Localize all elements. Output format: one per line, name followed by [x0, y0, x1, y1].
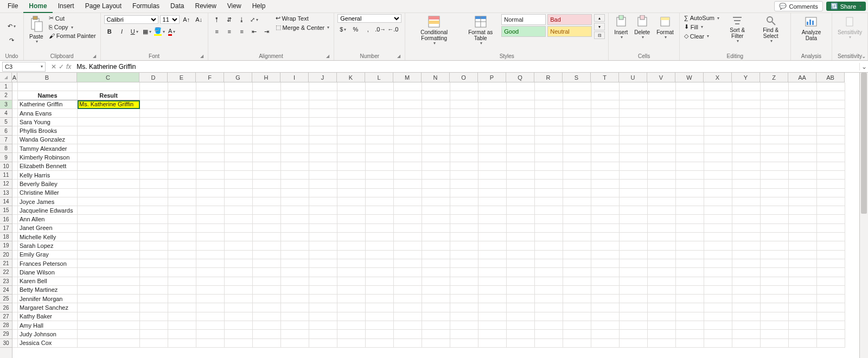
cell-Y21[interactable]	[732, 259, 761, 268]
cell-T5[interactable]	[591, 118, 620, 126]
cell-Q20[interactable]	[507, 251, 535, 259]
cell-T26[interactable]	[591, 303, 620, 312]
cell-S11[interactable]	[563, 171, 591, 180]
cell-W3[interactable]	[676, 100, 704, 109]
cell-T21[interactable]	[591, 259, 620, 268]
cell-Y20[interactable]	[732, 251, 761, 259]
cell-T24[interactable]	[591, 286, 620, 295]
font-size-select[interactable]: 11	[160, 15, 180, 24]
cell-V23[interactable]	[648, 277, 676, 286]
cell-L16[interactable]	[366, 215, 394, 223]
cell-N27[interactable]	[422, 312, 450, 321]
cell-J29[interactable]	[309, 330, 337, 338]
cell-D21[interactable]	[140, 259, 168, 268]
cell-V25[interactable]	[648, 295, 676, 303]
cell-M22[interactable]	[394, 268, 422, 277]
cell-X14[interactable]	[704, 197, 732, 206]
cell-R11[interactable]	[535, 171, 563, 180]
cell-E10[interactable]	[168, 162, 196, 171]
cell-L2[interactable]	[366, 91, 394, 100]
cell-B2[interactable]: Names	[18, 91, 78, 100]
cell-R15[interactable]	[535, 206, 563, 215]
cell-A11[interactable]	[12, 171, 18, 180]
font-name-select[interactable]: Calibri	[104, 15, 158, 24]
cell-Z27[interactable]	[761, 312, 789, 321]
cell-I5[interactable]	[281, 118, 309, 126]
cell-O22[interactable]	[450, 268, 478, 277]
cell-Q30[interactable]	[507, 339, 535, 348]
cell-C18[interactable]	[78, 233, 140, 241]
cell-I6[interactable]	[281, 126, 309, 135]
align-middle-button[interactable]: ⇵	[224, 14, 235, 25]
cell-N16[interactable]	[422, 215, 450, 223]
cell-X7[interactable]	[704, 136, 732, 144]
row-header-13[interactable]: 13	[0, 189, 12, 197]
cell-D20[interactable]	[140, 251, 168, 259]
cell-N9[interactable]	[422, 153, 450, 162]
cell-B28[interactable]: Amy Hall	[18, 321, 78, 330]
clipboard-launcher[interactable]: ◢	[92, 54, 97, 59]
cell-U22[interactable]	[620, 268, 648, 277]
cell-R22[interactable]	[535, 268, 563, 277]
cell-F13[interactable]	[196, 189, 225, 197]
cell-A30[interactable]	[12, 339, 18, 348]
cell-B11[interactable]: Kelly Harris	[18, 171, 78, 180]
cell-J21[interactable]	[309, 259, 337, 268]
cell-O8[interactable]	[450, 144, 478, 153]
cell-S7[interactable]	[563, 136, 591, 144]
styles-scroll-down[interactable]: ▾	[594, 23, 605, 30]
cell-AB1[interactable]	[817, 82, 845, 91]
cell-O18[interactable]	[450, 233, 478, 241]
cell-F23[interactable]	[196, 277, 225, 286]
cell-C21[interactable]	[78, 259, 140, 268]
cell-T16[interactable]	[591, 215, 620, 223]
col-header-U[interactable]: U	[619, 73, 647, 82]
cell-W23[interactable]	[676, 277, 704, 286]
cell-Z18[interactable]	[761, 233, 789, 241]
cell-G30[interactable]	[225, 339, 253, 348]
cell-E17[interactable]	[168, 224, 196, 233]
cell-J8[interactable]	[309, 144, 337, 153]
cell-W12[interactable]	[676, 180, 704, 188]
row-header-25[interactable]: 25	[0, 295, 12, 303]
cell-V15[interactable]	[648, 206, 676, 215]
cell-C3[interactable]: Ms. Katherine Griffin	[78, 100, 140, 109]
cell-X13[interactable]	[704, 189, 732, 197]
col-header-V[interactable]: V	[647, 73, 675, 82]
cell-B29[interactable]: Judy Johnson	[18, 330, 78, 338]
cell-N11[interactable]	[422, 171, 450, 180]
row-header-21[interactable]: 21	[0, 259, 12, 268]
cell-F30[interactable]	[196, 339, 225, 348]
cell-P10[interactable]	[478, 162, 507, 171]
row-header-27[interactable]: 27	[0, 312, 12, 321]
cell-V7[interactable]	[648, 136, 676, 144]
cell-Z14[interactable]	[761, 197, 789, 206]
cell-J18[interactable]	[309, 233, 337, 241]
cell-J10[interactable]	[309, 162, 337, 171]
cell-W4[interactable]	[676, 109, 704, 118]
cell-O13[interactable]	[450, 189, 478, 197]
cell-D18[interactable]	[140, 233, 168, 241]
cell-B26[interactable]: Margaret Sanchez	[18, 303, 78, 312]
cell-X3[interactable]	[704, 100, 732, 109]
cell-L15[interactable]	[366, 206, 394, 215]
cell-V21[interactable]	[648, 259, 676, 268]
style-normal[interactable]: Normal	[501, 14, 546, 25]
cell-T12[interactable]	[591, 180, 620, 188]
cell-D30[interactable]	[140, 339, 168, 348]
cell-D22[interactable]	[140, 268, 168, 277]
cell-X5[interactable]	[704, 118, 732, 126]
cell-I30[interactable]	[281, 339, 309, 348]
cell-N15[interactable]	[422, 206, 450, 215]
cell-B15[interactable]: Jacqueline Edwards	[18, 206, 78, 215]
cell-J9[interactable]	[309, 153, 337, 162]
cell-R3[interactable]	[535, 100, 563, 109]
vertical-scrollbar[interactable]	[859, 73, 868, 358]
cell-AB11[interactable]	[817, 171, 845, 180]
cell-W25[interactable]	[676, 295, 704, 303]
cell-B19[interactable]: Sarah Lopez	[18, 241, 78, 250]
cell-W2[interactable]	[676, 91, 704, 100]
cell-P9[interactable]	[478, 153, 507, 162]
cell-K26[interactable]	[337, 303, 366, 312]
cell-AB8[interactable]	[817, 144, 845, 153]
